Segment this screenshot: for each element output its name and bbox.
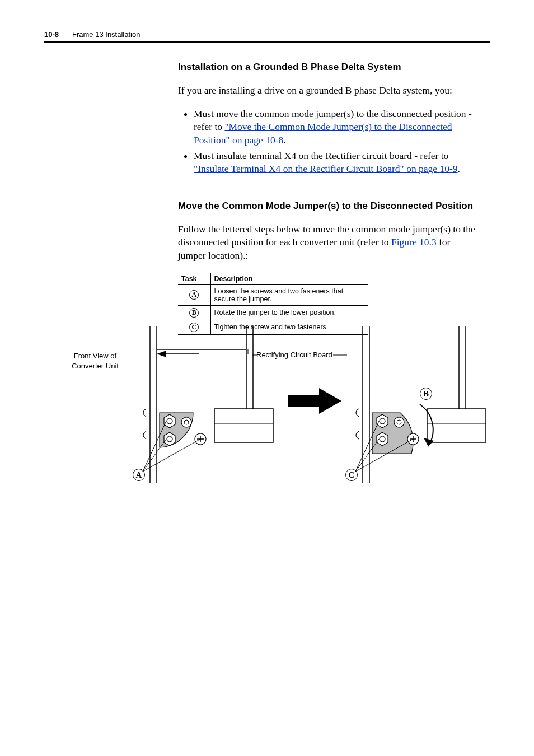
svg-marker-6	[157, 351, 166, 357]
svg-point-34	[394, 417, 404, 427]
figure-marker-a: A	[133, 469, 145, 481]
page-number: 10-8	[44, 30, 59, 39]
svg-marker-32	[377, 432, 388, 446]
link-move-jumper[interactable]: "Move the Common Mode Jumper(s) to the D…	[194, 121, 452, 146]
link-figure-10-3[interactable]: Figure 10.3	[391, 236, 437, 248]
circle-letter-icon: A	[189, 290, 199, 300]
table-header-task: Task	[178, 273, 210, 284]
side-label-line2: Converter Unit	[72, 362, 119, 370]
section2-heading: Move the Common Mode Jumper(s) to the Di…	[178, 200, 475, 212]
section2-intro: Follow the lettered steps below to move …	[178, 223, 475, 263]
circle-letter-icon: B	[189, 308, 199, 318]
table-row: B Rotate the jumper to the lower positio…	[178, 305, 368, 320]
description-cell: Loosen the screws and two fasteners that…	[210, 284, 368, 305]
figure-side-label: Front View of Converter Unit	[64, 351, 126, 371]
bullet-text-post: .	[283, 134, 285, 146]
table-header-description: Description	[210, 273, 368, 284]
bullet-text-pre: Must insulate terminal X4 on the Rectifi…	[194, 150, 448, 161]
figure-marker-c: C	[345, 469, 358, 481]
bullet-text-post: .	[458, 163, 460, 174]
task-cell: A	[178, 284, 210, 305]
figure-marker-b: B	[420, 388, 432, 400]
header-rule	[44, 41, 490, 43]
side-label-line1: Front View of	[74, 352, 116, 360]
svg-line-42	[361, 354, 427, 409]
task-cell: B	[178, 305, 210, 320]
page-header: 10-8 Frame 13 Installation	[44, 30, 490, 39]
link-insulate-terminal[interactable]: "Insulate Terminal X4 on the Rectifier C…	[194, 163, 458, 174]
section1-heading: Installation on a Grounded B Phase Delta…	[178, 62, 475, 73]
svg-marker-30	[377, 414, 388, 428]
section1-intro: If you are installing a drive on a groun…	[178, 84, 475, 97]
svg-line-40	[355, 439, 379, 472]
svg-marker-9	[164, 414, 175, 428]
svg-point-13	[181, 417, 191, 427]
bullet-item: Must insulate terminal X4 on the Rectifi…	[194, 150, 475, 176]
svg-line-19	[143, 439, 166, 472]
svg-rect-22	[288, 395, 319, 407]
svg-marker-11	[164, 432, 175, 446]
bullet-item: Must move the common mode jumper(s) to t…	[194, 108, 475, 147]
task-table: Task Description A Loosen the screws and…	[178, 273, 368, 335]
description-cell: Rotate the jumper to the lower position.	[210, 305, 368, 320]
svg-rect-7	[214, 409, 273, 442]
svg-rect-28	[427, 409, 486, 442]
callout-rectifying-board: Rectifying Circuit Board	[256, 351, 332, 359]
section1-bullet-list: Must move the common mode jumper(s) to t…	[178, 108, 475, 176]
table-row: A Loosen the screws and two fasteners th…	[178, 284, 368, 305]
svg-marker-23	[319, 388, 341, 414]
chapter-title: Frame 13 Installation	[72, 30, 140, 39]
